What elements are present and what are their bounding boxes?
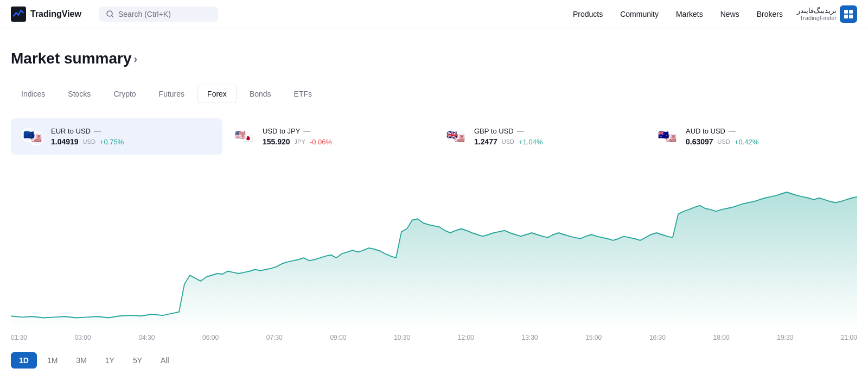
svg-rect-5	[849, 15, 853, 18]
time-btn-all[interactable]: All	[152, 352, 177, 369]
gbpusd-price: 1.2477	[474, 137, 497, 146]
svg-rect-4	[844, 15, 848, 18]
usdjpy-info: USD to JPY — 155.920 JPY -0.06%	[263, 127, 332, 146]
currency-cards: 🇪🇺 🇺🇸 EUR to USD — 1.04919 USD +0.75% 🇺🇸	[11, 118, 857, 155]
flag-gbp: 🇬🇧	[445, 128, 459, 142]
nav-community[interactable]: Community	[612, 5, 666, 23]
tab-bonds[interactable]: Bonds	[239, 85, 282, 103]
currency-card-eurusd[interactable]: 🇪🇺 🇺🇸 EUR to USD — 1.04919 USD +0.75%	[11, 118, 222, 155]
eurusd-info: EUR to USD — 1.04919 USD +0.75%	[51, 127, 124, 146]
eurusd-price: 1.04919	[51, 137, 79, 146]
gbpusd-unit: USD	[502, 138, 514, 145]
flag-eur: 🇪🇺	[22, 128, 36, 142]
tab-forex[interactable]: Forex	[197, 85, 237, 103]
flag-usd2: 🇺🇸	[233, 128, 247, 142]
main-content: Market summary › Indices Stocks Crypto F…	[0, 28, 868, 379]
currency-card-audusd[interactable]: 🇦🇺 🇺🇸 AUD to USD — 0.63097 USD +0.42%	[646, 118, 857, 155]
eurusd-unit: USD	[83, 138, 95, 145]
time-label-2100: 21:00	[841, 334, 857, 341]
gbpusd-name: GBP to USD —	[474, 127, 543, 135]
time-label-0430: 04:30	[138, 334, 155, 341]
time-label-0130: 01:30	[11, 334, 27, 341]
usdjpy-price: 155.920	[263, 137, 290, 146]
time-btn-1d[interactable]: 1D	[11, 352, 37, 369]
flag-aud: 🇦🇺	[656, 128, 671, 142]
flag-pair-gbpusd: 🇬🇧 🇺🇸	[445, 128, 468, 145]
page-title: Market summary ›	[11, 50, 857, 67]
eurusd-name: EUR to USD —	[51, 127, 124, 135]
tradingfinder-text: تریدینگ‌فایندر TradingFinder	[797, 7, 837, 21]
tab-futures[interactable]: Futures	[149, 85, 195, 103]
chart-svg	[11, 168, 857, 331]
tab-stocks[interactable]: Stocks	[58, 85, 101, 103]
eurusd-change: +0.75%	[100, 138, 124, 146]
audusd-info: AUD to USD — 0.63097 USD +0.42%	[686, 127, 758, 146]
flag-pair-usdjpy: 🇺🇸 🇯🇵	[233, 128, 256, 145]
nav-products[interactable]: Products	[565, 5, 610, 23]
logo-text: TradingView	[30, 9, 81, 19]
time-label-0600: 06:00	[202, 334, 219, 341]
time-label-1630: 16:30	[649, 334, 666, 341]
svg-rect-2	[844, 10, 848, 14]
usdjpy-change: -0.06%	[310, 138, 332, 146]
search-bar[interactable]: Search (Ctrl+K)	[99, 7, 218, 22]
tab-indices[interactable]: Indices	[11, 85, 55, 103]
time-label-0900: 09:00	[330, 334, 346, 341]
nav-brokers[interactable]: Brokers	[749, 5, 790, 23]
search-icon	[106, 10, 114, 18]
time-btn-1m[interactable]: 1M	[39, 352, 66, 369]
audusd-price: 0.63097	[686, 137, 713, 146]
tradingfinder[interactable]: تریدینگ‌فایندر TradingFinder	[797, 5, 857, 23]
time-axis: 01:30 03:00 04:30 06:00 07:30 09:00 10:3…	[11, 331, 857, 341]
market-tabs: Indices Stocks Crypto Futures Forex Bond…	[11, 85, 857, 103]
audusd-name: AUD to USD —	[686, 127, 758, 135]
nav-links: Products Community Markets News Brokers …	[565, 5, 857, 23]
usdjpy-values: 155.920 JPY -0.06%	[263, 137, 332, 146]
time-label-1500: 15:00	[585, 334, 602, 341]
navbar: TradingView Search (Ctrl+K) Products Com…	[0, 0, 868, 28]
time-label-1200: 12:00	[458, 334, 474, 341]
time-btn-1y[interactable]: 1Y	[97, 352, 123, 369]
gbpusd-info: GBP to USD — 1.2477 USD +1.04%	[474, 127, 543, 146]
currency-card-usdjpy[interactable]: 🇺🇸 🇯🇵 USD to JPY — 155.920 JPY -0.06%	[222, 118, 434, 155]
logo[interactable]: TradingView	[11, 7, 81, 22]
audusd-unit: USD	[718, 138, 730, 145]
time-label-1030: 10:30	[394, 334, 410, 341]
tradingfinder-icon	[840, 5, 857, 23]
time-label-0300: 03:00	[75, 334, 91, 341]
title-chevron: ›	[134, 53, 138, 65]
nav-markets[interactable]: Markets	[668, 5, 711, 23]
flag-pair-eurusd: 🇪🇺 🇺🇸	[22, 128, 44, 145]
audusd-values: 0.63097 USD +0.42%	[686, 137, 758, 146]
usdjpy-name: USD to JPY —	[263, 127, 332, 135]
tab-crypto[interactable]: Crypto	[103, 85, 146, 103]
price-chart[interactable]	[11, 168, 857, 331]
time-label-0730: 07:30	[266, 334, 283, 341]
tab-etfs[interactable]: ETFs	[284, 85, 322, 103]
gbpusd-change: +1.04%	[519, 138, 542, 146]
gbpusd-values: 1.2477 USD +1.04%	[474, 137, 543, 146]
nav-news[interactable]: News	[713, 5, 747, 23]
eurusd-values: 1.04919 USD +0.75%	[51, 137, 124, 146]
time-btn-5y[interactable]: 5Y	[125, 352, 150, 369]
audusd-change: +0.42%	[735, 138, 758, 146]
currency-card-gbpusd[interactable]: 🇬🇧 🇺🇸 GBP to USD — 1.2477 USD +1.04%	[434, 118, 646, 155]
usdjpy-unit: JPY	[295, 138, 305, 145]
logo-icon	[11, 7, 26, 22]
time-label-1930: 19:30	[777, 334, 793, 341]
time-btn-3m[interactable]: 3M	[68, 352, 94, 369]
time-label-1800: 18:00	[713, 334, 730, 341]
search-placeholder: Search (Ctrl+K)	[118, 10, 171, 18]
time-label-1330: 13:30	[522, 334, 538, 341]
svg-rect-3	[849, 10, 853, 14]
flag-pair-audusd: 🇦🇺 🇺🇸	[656, 128, 679, 145]
time-periods: 1D 1M 3M 1Y 5Y All	[11, 352, 857, 369]
